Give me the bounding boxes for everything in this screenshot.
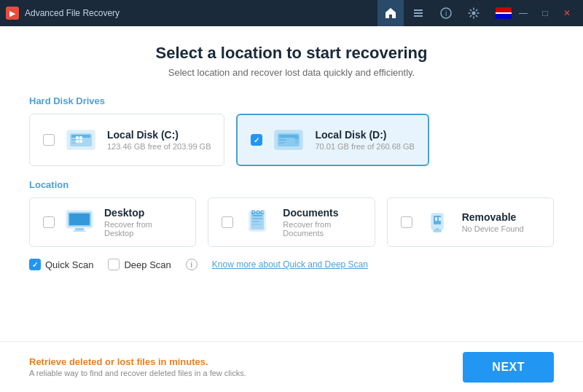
location-removable[interactable]: Removable No Device Found — [387, 197, 554, 247]
location-section-label: Location — [29, 179, 554, 190]
footer-promo: Retrieve deleted or lost files in minute… — [29, 356, 246, 367]
drive-c-name: Local Disk (C:) — [107, 129, 211, 141]
drive-card-d[interactable]: Local Disk (D:) 70.01 GB free of 260.68 … — [236, 114, 429, 166]
tab-info[interactable]: i — [433, 0, 459, 26]
drive-c-checkbox[interactable] — [43, 134, 55, 146]
svg-rect-1 — [414, 12, 423, 14]
documents-icon: DOC — [243, 208, 273, 237]
svg-point-20 — [294, 136, 299, 140]
app-icon: ▶ — [6, 7, 19, 20]
location-documents[interactable]: DOC Documents Recover from Documents — [208, 197, 375, 247]
flag-icon — [496, 7, 512, 19]
quick-scan-label: Quick Scan — [45, 259, 93, 270]
drive-d-checkbox[interactable] — [251, 134, 262, 146]
titlebar-tabs: i — [377, 0, 487, 26]
scan-options: Quick Scan Deep Scan i Know more about Q… — [29, 259, 554, 270]
page-title: Select a location to start recovering — [29, 44, 554, 63]
desktop-checkbox[interactable] — [43, 216, 55, 228]
svg-text:i: i — [445, 9, 447, 17]
svg-rect-26 — [73, 230, 86, 232]
documents-info: Documents Recover from Documents — [283, 207, 361, 238]
svg-text:DOC: DOC — [251, 209, 265, 216]
tab-list[interactable] — [405, 0, 431, 26]
svg-rect-11 — [76, 136, 79, 139]
removable-icon — [423, 208, 452, 237]
svg-rect-32 — [252, 224, 261, 225]
svg-rect-31 — [252, 221, 259, 222]
quick-scan-checkbox[interactable] — [29, 259, 41, 270]
drive-c-space: 123.46 GB free of 203.99 GB — [107, 142, 211, 151]
documents-checkbox[interactable] — [222, 216, 233, 228]
removable-name: Removable — [462, 211, 524, 223]
svg-rect-19 — [279, 142, 285, 144]
drives-row: Local Disk (C:) 123.46 GB free of 203.99… — [29, 114, 554, 166]
hard-disk-section-label: Hard Disk Drives — [29, 95, 554, 106]
footer-text: Retrieve deleted or lost files in minute… — [29, 356, 246, 377]
location-desktop[interactable]: Desktop Recover from Desktop — [29, 197, 196, 247]
window-controls: — □ ✕ — [493, 3, 577, 23]
svg-rect-25 — [75, 228, 84, 230]
drive-d-name: Local Disk (D:) — [315, 129, 414, 141]
tab-home[interactable] — [377, 0, 404, 26]
svg-rect-39 — [436, 228, 439, 230]
main-content: Select a location to start recovering Se… — [0, 26, 583, 341]
documents-sub: Recover from Documents — [283, 220, 361, 238]
removable-checkbox[interactable] — [401, 216, 412, 228]
page-heading: Select a location to start recovering Se… — [29, 44, 554, 78]
svg-rect-24 — [69, 213, 90, 225]
drive-card-c[interactable]: Local Disk (C:) 123.46 GB free of 203.99… — [29, 114, 224, 166]
drive-c-icon — [65, 124, 97, 156]
desktop-info: Desktop Recover from Desktop — [104, 207, 182, 238]
footer-sub: A reliable way to find and recover delet… — [29, 369, 246, 377]
documents-name: Documents — [283, 207, 361, 219]
svg-point-21 — [295, 141, 298, 144]
close-button[interactable]: ✕ — [557, 3, 577, 23]
desktop-icon — [65, 208, 94, 237]
next-button[interactable]: NEXT — [463, 352, 554, 383]
desktop-name: Desktop — [104, 207, 182, 219]
deep-scan-checkbox[interactable] — [108, 259, 120, 270]
svg-rect-0 — [414, 9, 423, 11]
svg-rect-12 — [79, 136, 82, 139]
removable-sub: No Device Found — [462, 224, 524, 233]
svg-rect-36 — [435, 217, 437, 221]
svg-point-5 — [472, 12, 476, 15]
svg-rect-37 — [439, 217, 441, 221]
footer: Retrieve deleted or lost files in minute… — [0, 341, 583, 392]
svg-rect-30 — [252, 218, 262, 219]
app-title: Advanced File Recovery — [25, 8, 377, 18]
svg-rect-2 — [414, 15, 423, 17]
desktop-sub: Recover from Desktop — [104, 220, 182, 238]
deep-scan-option[interactable]: Deep Scan — [108, 259, 171, 270]
removable-info: Removable No Device Found — [462, 211, 524, 233]
svg-rect-18 — [279, 139, 286, 141]
drive-d-icon — [273, 124, 305, 156]
quick-scan-option[interactable]: Quick Scan — [29, 259, 93, 270]
deep-scan-label: Deep Scan — [124, 259, 171, 270]
drive-c-info: Local Disk (C:) 123.46 GB free of 203.99… — [107, 129, 211, 151]
learn-more-link[interactable]: Know more about Quick and Deep Scan — [212, 259, 368, 270]
tab-settings[interactable] — [461, 0, 487, 26]
titlebar: ▶ Advanced File Recovery i — □ ✕ — [0, 0, 583, 26]
minimize-button[interactable]: — — [513, 3, 533, 23]
svg-rect-14 — [79, 140, 82, 143]
drive-d-space: 70.01 GB free of 260.68 GB — [315, 142, 414, 151]
maximize-button[interactable]: □ — [535, 3, 555, 23]
drive-d-info: Local Disk (D:) 70.01 GB free of 260.68 … — [315, 129, 414, 151]
info-icon[interactable]: i — [186, 259, 197, 270]
page-subtitle: Select location and recover lost data qu… — [29, 67, 554, 78]
svg-rect-13 — [76, 140, 79, 143]
locations-row: Desktop Recover from Desktop DOC Docume — [29, 197, 554, 247]
